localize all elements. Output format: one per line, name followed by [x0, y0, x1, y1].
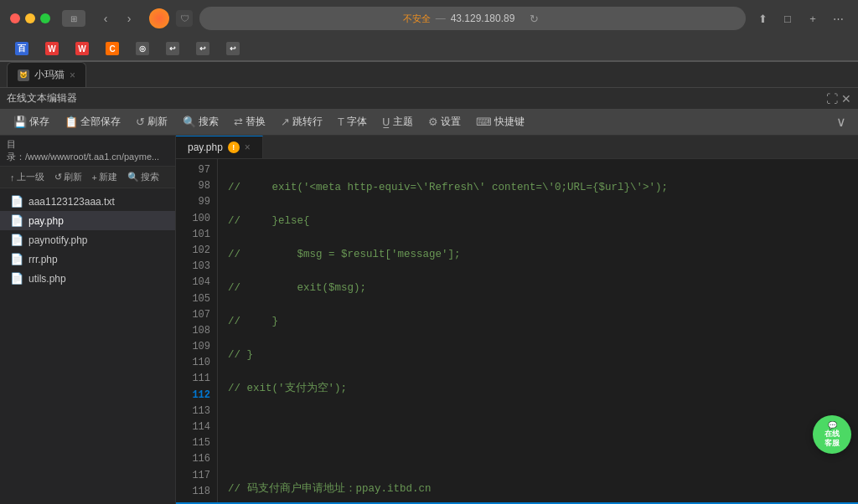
search-icon: 🔍 — [183, 116, 196, 128]
back-button[interactable]: ‹ — [96, 8, 116, 28]
tree-up-button[interactable]: ↑ 上一级 — [7, 169, 48, 185]
bookmark-icon: W — [45, 42, 59, 55]
breadcrumb-text: 目录：/www/wwwroot/t.aa1.cn/payme... — [7, 138, 168, 163]
code-content[interactable]: 97 98 99 100 101 102 103 104 105 107 108… — [176, 159, 858, 502]
tab-close-pay[interactable]: × — [245, 141, 251, 153]
new-tab-button[interactable]: + — [803, 8, 823, 28]
file-item-pay[interactable]: 📄 pay.php — [0, 211, 175, 230]
replace-label: 替换 — [246, 115, 266, 129]
bookmark-circle[interactable]: ◎ — [131, 40, 154, 57]
bookmark-icon: 百 — [15, 42, 28, 55]
search-button[interactable]: 🔍 搜索 — [176, 111, 225, 132]
file-name-paynotify: paynotify.php — [28, 234, 165, 246]
traffic-lights — [10, 13, 50, 23]
bookmark-icon: ↩ — [166, 42, 179, 55]
refresh-label: 刷新 — [147, 115, 168, 129]
bookmark-icon: W — [75, 42, 89, 55]
code-lines[interactable]: // exit('<meta http-equiv=\'Refresh\' co… — [218, 159, 858, 502]
tab-favicon: 🐱 — [18, 69, 29, 81]
tab-close-button[interactable]: × — [70, 69, 75, 81]
bookmark-baidu[interactable]: 百 — [10, 40, 34, 57]
bookmark-button[interactable]: □ — [778, 8, 798, 28]
forward-button[interactable]: › — [119, 8, 139, 28]
search-label: 搜索 — [141, 171, 159, 183]
reload-button[interactable]: ↻ — [526, 13, 542, 25]
tab-filename: pay.php — [188, 141, 223, 153]
bookmarks-bar: 百 W W C ◎ ↩ ↩ ↩ — [0, 37, 858, 61]
settings-icon: ⚙ — [428, 116, 438, 128]
tab-bar: 🐱 小玛猫 × — [0, 62, 858, 88]
new-icon: + — [92, 172, 97, 183]
jump-button[interactable]: ↗ 跳转行 — [274, 111, 329, 132]
editor-fullscreen-button[interactable]: ⛶ — [826, 92, 838, 105]
editor-close-button[interactable]: ✕ — [841, 92, 851, 105]
editor-window-buttons: ⛶ ✕ — [826, 92, 851, 105]
save-all-button[interactable]: 📋 全部保存 — [58, 111, 127, 132]
editor-app: 在线文本编辑器 ⛶ ✕ 💾 保存 📋 全部保存 ↺ 刷新 🔍 搜索 ⇄ 替换 ↗ — [0, 88, 858, 504]
code-tabs: pay.php ! × — [176, 136, 858, 159]
file-icon-pay: 📄 — [10, 214, 23, 227]
bookmark-c[interactable]: C — [101, 40, 124, 57]
editor-titlebar: 在线文本编辑器 ⛶ ✕ — [0, 88, 858, 109]
save-all-label: 全部保存 — [80, 115, 121, 129]
search-label: 搜索 — [199, 115, 219, 129]
float-service-button[interactable]: 💬 在线客服 — [813, 415, 851, 454]
settings-button[interactable]: ⚙ 设置 — [421, 111, 468, 132]
file-name-txt: aaa1123123aaa.txt — [28, 196, 165, 208]
replace-button[interactable]: ⇄ 替换 — [227, 111, 272, 132]
save-button[interactable]: 💾 保存 — [7, 111, 56, 132]
security-icon: 🛡 — [176, 10, 193, 27]
tab-overview-button[interactable]: ⊞ — [62, 10, 85, 27]
theme-button[interactable]: U̲ 主题 — [375, 111, 420, 132]
bookmark-arrow1[interactable]: ↩ — [161, 40, 184, 57]
file-item-txt[interactable]: 📄 aaa1123123aaa.txt — [0, 192, 175, 211]
bookmark-arrow2[interactable]: ↩ — [191, 40, 214, 57]
file-tree: 目录：/www/wwwroot/t.aa1.cn/payme... ↑ 上一级 … — [0, 136, 176, 504]
bookmark-icon: ↩ — [226, 42, 240, 55]
share-button[interactable]: ⬆ — [752, 8, 773, 28]
editor-toolbar: 💾 保存 📋 全部保存 ↺ 刷新 🔍 搜索 ⇄ 替换 ↗ 跳转行 T 字体 U̲ — [0, 109, 858, 136]
code-editor-area: pay.php ! × 97 98 99 100 101 102 103 104… — [176, 136, 858, 504]
file-icon-txt: 📄 — [10, 195, 23, 208]
file-icon-rrr: 📄 — [10, 253, 23, 265]
refresh-button[interactable]: ↺ 刷新 — [129, 111, 174, 132]
editor-title: 在线文本编辑器 — [7, 91, 77, 105]
shortcuts-button[interactable]: ⌨ 快捷键 — [469, 111, 531, 132]
tree-new-button[interactable]: + 新建 — [89, 169, 121, 185]
replace-icon: ⇄ — [234, 116, 243, 128]
maximize-traffic-light[interactable] — [40, 13, 50, 23]
bookmark-arrow3[interactable]: ↩ — [221, 40, 245, 57]
toolbar-more-button[interactable]: ∨ — [831, 112, 851, 131]
up-label: 上一级 — [17, 171, 44, 183]
file-icon-paynotify: 📄 — [10, 234, 23, 246]
code-tab-pay[interactable]: pay.php ! × — [176, 136, 263, 158]
file-name-utils: utils.php — [28, 273, 165, 285]
shortcuts-label: 快捷键 — [494, 115, 525, 129]
refresh-icon: ↺ — [136, 116, 145, 128]
address-url: 43.129.180.89 — [451, 13, 515, 24]
font-button[interactable]: T 字体 — [331, 111, 374, 132]
browser-actions: ⬆ □ + ⋯ — [752, 8, 848, 28]
tree-refresh-button[interactable]: ↺ 刷新 — [51, 169, 85, 185]
file-item-paynotify[interactable]: 📄 paynotify.php — [0, 230, 175, 249]
jump-label: 跳转行 — [292, 115, 323, 129]
new-label: 新建 — [99, 171, 117, 183]
line-numbers: 97 98 99 100 101 102 103 104 105 107 108… — [176, 159, 218, 502]
bookmark-w2[interactable]: W — [70, 40, 94, 57]
active-tab[interactable]: 🐱 小玛猫 × — [7, 62, 86, 87]
file-item-rrr[interactable]: 📄 rrr.php — [0, 249, 175, 269]
tree-search-button[interactable]: 🔍 搜索 — [124, 169, 163, 185]
refresh-label: 刷新 — [64, 171, 82, 183]
minimize-traffic-light[interactable] — [25, 13, 35, 23]
close-traffic-light[interactable] — [10, 13, 20, 23]
file-item-utils[interactable]: 📄 utils.php — [0, 269, 175, 288]
tab-title: 小玛猫 — [34, 68, 65, 82]
shortcuts-icon: ⌨ — [476, 116, 492, 128]
file-name-rrr: rrr.php — [28, 254, 165, 265]
address-bar[interactable]: 不安全 — 43.129.180.89 ↻ — [199, 7, 746, 30]
bookmark-w1[interactable]: W — [40, 40, 64, 57]
font-icon: T — [338, 116, 344, 128]
refresh-icon: ↺ — [54, 172, 62, 183]
menu-button[interactable]: ⋯ — [828, 8, 848, 28]
jump-icon: ↗ — [281, 116, 290, 128]
